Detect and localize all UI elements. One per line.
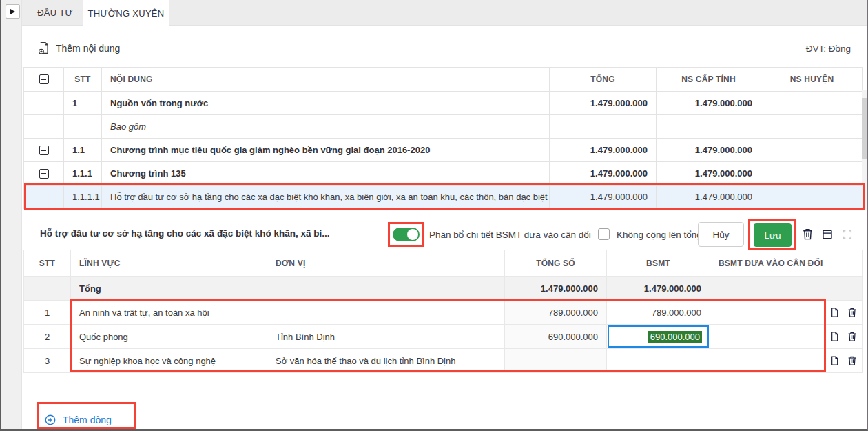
cancel-button[interactable]: Hủy [698,222,744,247]
cell-bsmt-editing[interactable]: 690.000.000 [607,325,710,349]
cell-total: 1.479.000.000 [550,162,657,186]
cell-field[interactable]: An ninh và trật tự, an toàn xã hội [71,301,267,325]
delete-row-icon[interactable] [847,307,858,318]
bsmt-edit-input[interactable]: 690.000.000 [608,325,709,348]
main-budget-table: STT NỘI DUNG TỔNG NS CẤP TỈNH NS HUYỆN 1… [23,67,863,209]
cell-total: 690.000.000 [505,325,607,349]
cell-content: Chương trình mục tiêu quốc gia giảm nghè… [102,139,550,162]
cell-bsmt-balance [710,277,823,301]
cell-total: 1.479.000.000 [550,92,657,115]
no-sum-checkbox[interactable] [598,228,610,240]
table-row[interactable]: 1 Nguồn vốn trong nước 1.479.000.000 1.4… [24,92,863,115]
collapse-row-icon[interactable] [39,146,49,155]
triangle-right-icon [10,9,15,14]
save-button[interactable]: Lưu [754,223,792,247]
detail-row[interactable]: 3 Sự nghiệp khoa học và công nghệ Sở văn… [24,349,863,373]
collapse-row-icon[interactable] [39,169,49,179]
scrollbar-thumb[interactable] [862,98,867,159]
cell-ns-province: 1.479.000.000 [657,186,761,209]
cell-total: 1.479.000.000 [550,139,657,162]
cell-bsmt[interactable] [607,349,710,373]
copy-row-icon[interactable] [829,307,840,318]
header-bsmt-can-doi: BSMT ĐƯA VÀO CÂN ĐỐI [710,250,823,277]
cell-total: 1.479.000.000 [550,186,657,209]
header-stt: STT [64,68,102,92]
cell-content: Bao gồm [102,115,550,139]
cell-stt [64,115,102,139]
add-row-button[interactable]: Thêm dòng [44,414,112,426]
cell-ns-district [761,139,863,162]
cell-field[interactable]: Quốc phòng [71,325,267,349]
detail-table-header-row: STT LĨNH VỰC ĐƠN VỊ TỔNG SỐ BSMT BSMT ĐƯ… [24,250,863,277]
detail-title: Hỗ trợ đầu tư cơ sở hạ tầng cho các xã đ… [40,228,329,239]
cell-field[interactable]: Sự nghiệp khoa học và công nghệ [71,349,267,373]
tab-thuong-xuyen[interactable]: THƯỜNG XUYÊN [83,0,169,26]
detail-row[interactable]: 2 Quốc phòng Tỉnh Bình Định 690.000.000 … [24,325,863,349]
cell-total [505,349,607,373]
divider [22,399,865,399]
copy-row-icon[interactable] [829,331,840,342]
cell-bsmt-balance[interactable] [710,301,823,325]
header-tong: TỔNG [550,68,657,92]
table-row[interactable]: Bao gồm [24,115,863,139]
expand-sidebar-button[interactable] [6,4,20,19]
tab-dau-tu[interactable]: ĐẦU TƯ [28,0,83,26]
unit-label: ĐVT: Đồng [806,43,851,54]
fullscreen-icon [842,229,853,240]
header-tong-so: TỔNG SỐ [505,250,607,277]
table-row[interactable]: 1.1.1 Chương trình 135 1.479.000.000 1.4… [24,162,863,186]
delete-row-icon[interactable] [847,355,858,366]
main-table-header-row: STT NỘI DUNG TỔNG NS CẤP TỈNH NS HUYỆN [24,68,863,92]
add-content-button[interactable]: Thêm nội dung [37,41,120,54]
cell-stt: 1.1.1.1 [64,186,102,209]
cell-ns-district [761,186,863,209]
cell-stt: 1 [64,92,102,115]
cell-ns-province: 1.479.000.000 [657,139,761,162]
cell-stt: 1 [24,301,71,325]
checkbox-label: Không cộng lên tổng [617,230,702,240]
table-row[interactable]: 1.1 Chương trình mục tiêu quốc gia giảm … [24,139,863,162]
cell-ns-district [761,115,863,139]
header-ns-huyen: NS HUYỆN [761,68,863,92]
selected-text: 690.000.000 [648,331,702,343]
header-bsmt: BSMT [607,250,710,277]
cell-unit[interactable] [267,301,505,325]
delete-row-icon[interactable] [847,331,858,342]
cell-content: Nguồn vốn trong nước [102,92,550,115]
detail-table: STT LĨNH VỰC ĐƠN VỊ TỔNG SỐ BSMT BSMT ĐƯ… [23,250,863,373]
cell-stt: 2 [24,325,71,349]
cell-content: Hỗ trợ đầu tư cơ sở hạ tầng cho các xã đ… [102,186,550,209]
cell-unit[interactable]: Sở văn hóa thể thao và du lịch tỉnh Bình… [267,349,505,373]
cell-bsmt-balance[interactable] [710,349,823,373]
header-stt: STT [24,250,71,277]
tab-strip: ĐẦU TƯ THƯỜNG XUYÊN [22,0,867,26]
cell-bsmt-balance[interactable] [710,325,823,349]
toggle-label: Phân bổ chi tiết BSMT đưa vào cân đối [429,230,591,240]
cell-ns-district [761,162,863,186]
toggle-knob-icon [407,229,418,240]
plus-circle-icon [44,414,56,426]
panel-icon[interactable] [821,228,834,241]
delete-icon[interactable] [801,228,814,241]
add-document-icon [37,41,50,54]
header-noi-dung: NỘI DUNG [102,68,550,92]
cell-ns-province: 1.479.000.000 [657,92,761,115]
left-rail [1,0,22,429]
cell-ns-province: 1.479.000.000 [657,162,761,186]
cell-content: Chương trình 135 [102,162,550,186]
cell-stt: 1.1.1 [64,162,102,186]
cell-label: Tổng [71,277,267,301]
header-ns-cap-tinh: NS CẤP TỈNH [657,68,761,92]
cell-total: 1.479.000.000 [505,277,607,301]
detail-row[interactable]: 1 An ninh và trật tự, an toàn xã hội 789… [24,301,863,325]
cell-unit[interactable]: Tỉnh Bình Định [267,325,505,349]
cell-stt: 3 [24,349,71,373]
table-row-selected[interactable]: 1.1.1.1 Hỗ trợ đầu tư cơ sở hạ tầng cho … [24,186,863,209]
bsmt-toggle[interactable] [393,228,420,241]
app-window: ĐẦU TƯ THƯỜNG XUYÊN Thêm nội dung ĐVT: Đ… [0,0,868,431]
cell-bsmt[interactable]: 789.000.000 [607,301,710,325]
copy-row-icon[interactable] [829,355,840,366]
collapse-all-icon[interactable] [39,74,49,84]
add-content-label: Thêm nội dung [56,43,120,54]
cell-ns-district [761,92,863,115]
